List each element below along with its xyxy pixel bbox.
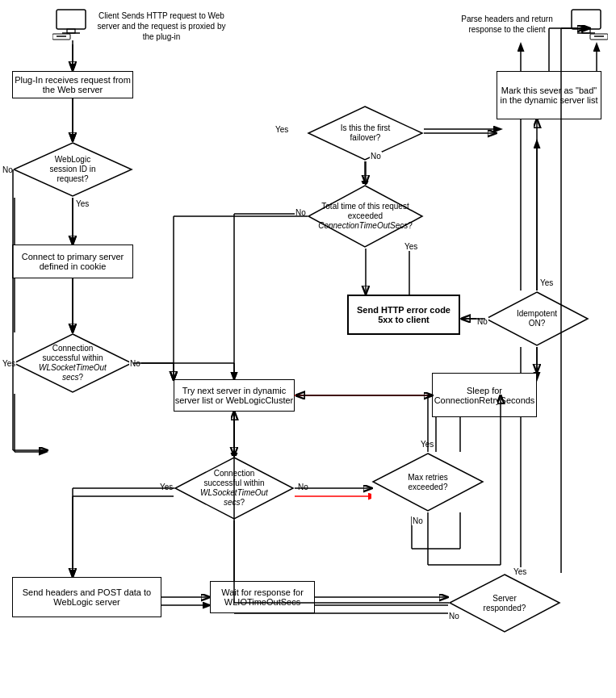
send-headers-box: Send headers and POST data to WebLogic s… (12, 577, 161, 617)
yes-label-conn2: Yes (159, 483, 174, 491)
yes-label-idempotent: Yes (539, 278, 554, 287)
server-responded-diamond: Serverresponded? (448, 573, 561, 633)
client-annotation-left: Client Sends HTTP request to Web server … (97, 4, 226, 48)
client-annotation-right: Parse headers and return response to the… (450, 4, 564, 44)
connection-successful-2-diamond: Connectionsuccessful withinWLSocketTimeO… (174, 456, 295, 520)
yes-label-session: Yes (75, 199, 90, 208)
plugin-receives-box: Plug-In receives request from the Web se… (12, 71, 133, 98)
no-label-conn2: No (297, 483, 309, 491)
yes-label-maxretries: Yes (420, 440, 434, 449)
no-label-totaltime: No (295, 208, 307, 217)
weblogic-session-diamond: WebLogicsession ID inrequest? (12, 141, 133, 198)
flowchart-diagram: Client Sends HTTP request to Web server … (0, 0, 616, 698)
no-label-failover: No (370, 152, 382, 161)
total-time-diamond: Total time of this requestexceededConnec… (307, 184, 424, 249)
wait-response-box: Wait for response for WLIOTimeOutSecs (210, 581, 315, 613)
yes-label-failover: Yes (274, 125, 289, 134)
computer-icon-server (564, 4, 612, 44)
sleep-retry-box: Sleep for ConnectionRetrySeconds (432, 373, 537, 417)
no-label-maxretries: No (412, 516, 424, 525)
computer-icon-client (40, 4, 105, 44)
yes-label-totaltime: Yes (404, 242, 418, 251)
no-label-conn1: No (129, 359, 141, 368)
svg-rect-37 (57, 10, 86, 29)
svg-rect-42 (572, 10, 601, 29)
yes-label-conn1: Yes (2, 359, 16, 368)
mark-bad-box: Mark this sever as "bad" in the dynamic … (497, 71, 601, 119)
try-next-server-box: Try next server in dynamic server list o… (174, 379, 295, 412)
idempotent-diamond: IdempotentON? (484, 290, 589, 347)
first-failover-diamond: Is this the firstfailover? (307, 105, 424, 161)
connect-primary-box: Connect to primary server defined in coo… (12, 245, 133, 278)
no-label-session: No (2, 165, 14, 174)
yes-label-serverresponded: Yes (513, 567, 527, 576)
send-http-error-box: Send HTTP error code 5xx to client (347, 295, 460, 335)
connection-successful-1-diamond: Connectionsuccessful withinWLSocketTimeO… (12, 332, 133, 394)
max-retries-diamond: Max retriesexceeded? (371, 452, 484, 512)
no-label-idempotent: No (476, 317, 488, 326)
no-label-serverresponded: No (448, 612, 460, 621)
